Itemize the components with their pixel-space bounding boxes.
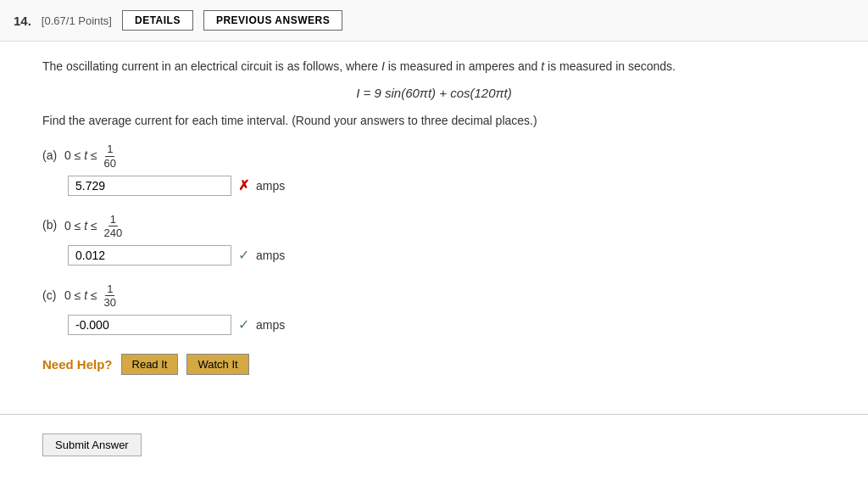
page-wrapper: 14. [0.67/1 Points] DETAILS PREVIOUS ANS… [0,0,868,492]
part-b-fraction: 1 240 [103,213,125,240]
part-c-fraction: 1 30 [103,282,118,310]
problem-intro: The oscillating current in an electrical… [42,57,826,75]
part-c: (c) 0 ≤ t ≤ 1 30 ✓ amps [42,282,826,335]
read-it-button[interactable]: Read It [121,354,179,375]
part-b-unit: amps [256,249,285,262]
question-header: 14. [0.67/1 Points] DETAILS PREVIOUS ANS… [0,0,868,42]
correct-icon-c: ✓ [238,316,249,333]
part-a-answer-row: ✗ amps [68,176,826,196]
need-help-label: Need Help? [42,357,113,372]
part-b: (b) 0 ≤ t ≤ 1 240 ✓ amps [42,213,826,266]
part-a-inequality: 0 ≤ t ≤ 1 60 [64,143,120,170]
part-c-letter: (c) [42,288,59,302]
watch-it-button[interactable]: Watch It [186,354,248,375]
part-a-input[interactable] [68,176,231,196]
submit-row: Submit Answer [0,423,868,467]
part-c-inequality: 0 ≤ t ≤ 1 30 [64,282,120,310]
wrong-icon: ✗ [238,177,249,193]
formula-display: I = 9 sin(60πt) + cos(120πt) [42,86,826,100]
part-c-denominator: 30 [103,296,118,310]
details-button[interactable]: DETAILS [122,10,193,31]
part-c-input[interactable] [68,315,231,335]
part-a: (a) 0 ≤ t ≤ 1 60 ✗ amps [42,143,826,195]
find-text: Find the average current for each time i… [42,114,826,127]
question-body: The oscillating current in an electrical… [0,42,868,405]
part-c-numerator: 1 [105,282,114,297]
part-a-label: (a) 0 ≤ t ≤ 1 60 [42,143,826,170]
part-b-letter: (b) [42,218,59,232]
need-help-section: Need Help? Read It Watch It [42,354,826,375]
part-b-numerator: 1 [108,213,118,227]
section-divider [0,414,868,415]
part-a-fraction: 1 60 [103,143,118,170]
part-c-label: (c) 0 ≤ t ≤ 1 30 [42,282,826,310]
part-c-unit: amps [256,318,285,332]
part-c-answer-row: ✓ amps [68,315,826,335]
part-b-inequality: 0 ≤ t ≤ 1 240 [64,213,125,240]
question-number: 14. [14,14,31,28]
part-a-letter: (a) [42,148,59,162]
submit-answer-button[interactable]: Submit Answer [42,433,142,456]
correct-icon-b: ✓ [238,247,249,263]
part-a-numerator: 1 [105,143,114,157]
part-b-denominator: 240 [103,226,125,240]
points-label: [0.67/1 Points] [42,14,112,27]
part-b-label: (b) 0 ≤ t ≤ 1 240 [42,213,826,240]
previous-answers-button[interactable]: PREVIOUS ANSWERS [203,10,342,31]
part-a-denominator: 60 [103,157,118,171]
part-b-answer-row: ✓ amps [68,245,826,266]
part-b-input[interactable] [68,245,231,266]
part-a-unit: amps [256,179,285,193]
